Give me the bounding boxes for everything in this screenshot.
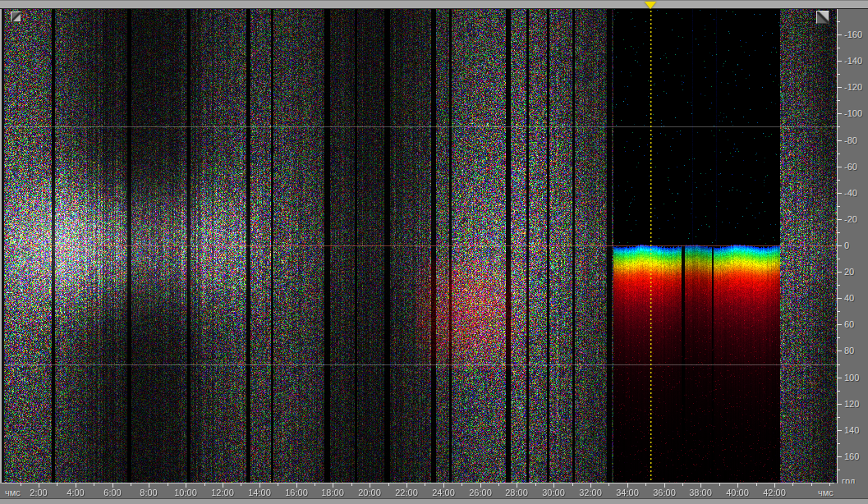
time-tick-label: 16:00 <box>282 488 311 497</box>
time-unit-label-left: чмс <box>5 488 21 497</box>
deg-tick <box>838 324 842 325</box>
time-tick <box>57 483 57 486</box>
cursor-marker-icon[interactable] <box>645 2 656 9</box>
deg-tick <box>838 391 840 392</box>
time-tick <box>682 483 683 486</box>
deg-tick <box>838 219 842 220</box>
deg-tick-label: 80 <box>844 346 854 355</box>
time-tick-label: 8:00 <box>134 488 163 497</box>
time-tick <box>315 483 315 486</box>
time-tick-label: 14:00 <box>245 488 274 497</box>
deg-tick-label: 120 <box>844 400 859 409</box>
deg-tick <box>838 272 842 273</box>
time-tick-label: 38:00 <box>686 488 715 497</box>
deg-tick <box>838 351 842 351</box>
deg-tick <box>838 259 840 259</box>
time-tick-label: 34:00 <box>613 488 642 497</box>
time-tick <box>425 483 425 486</box>
time-tick-label: 12:00 <box>208 488 237 497</box>
deg-tick <box>838 206 840 207</box>
time-tick <box>756 483 757 486</box>
deg-tick-label: 60 <box>844 320 854 329</box>
deg-tick <box>838 193 842 194</box>
deg-tick-label: -40 <box>844 189 857 198</box>
deg-tick <box>838 87 842 88</box>
time-tick <box>278 483 278 486</box>
deg-tick <box>838 232 840 233</box>
time-tick <box>829 483 830 486</box>
deg-tick <box>838 34 842 35</box>
deg-tick <box>838 153 840 154</box>
deg-tick-label: -120 <box>844 83 862 92</box>
deg-tick <box>838 140 842 141</box>
deg-tick-label: 0 <box>844 241 849 250</box>
time-tick <box>609 483 609 486</box>
deg-tick-label: -60 <box>844 163 857 172</box>
time-tick <box>645 483 646 486</box>
top-ruler[interactable] <box>0 0 868 9</box>
time-tick-label: 36:00 <box>650 488 679 497</box>
time-tick-label: 2:00 <box>24 488 53 497</box>
time-tick <box>94 483 94 486</box>
deg-tick-label: 100 <box>844 373 859 383</box>
spectrogram-canvas[interactable] <box>4 9 837 483</box>
time-tick <box>131 483 131 486</box>
deg-tick <box>838 167 842 167</box>
deg-tick <box>838 21 840 22</box>
time-tick-label: 4:00 <box>61 488 90 497</box>
deg-tick <box>838 378 842 378</box>
deg-tick <box>838 337 840 338</box>
deg-tick <box>838 180 840 181</box>
time-tick <box>462 483 462 486</box>
deg-tick-label: 40 <box>844 294 854 303</box>
time-tick <box>351 483 352 486</box>
deg-tick <box>838 61 842 62</box>
deg-tick <box>838 311 840 312</box>
deg-tick <box>838 364 840 365</box>
time-tick <box>719 483 720 486</box>
deg-tick-label: -100 <box>844 109 862 118</box>
deg-tick <box>838 456 842 457</box>
deg-tick <box>838 245 842 246</box>
deg-tick-label: -160 <box>844 30 862 39</box>
spectrogram-window: грд -160-140-120-100-80-60-40-2002040608… <box>0 0 868 504</box>
time-tick <box>811 483 812 486</box>
time-tick-label: 24:00 <box>429 488 458 497</box>
time-tick <box>498 483 499 486</box>
window-bottom-edge <box>0 498 868 504</box>
deg-tick-label: 140 <box>844 426 859 435</box>
time-tick-label: 40:00 <box>723 488 752 497</box>
deg-tick-label: -20 <box>844 215 857 224</box>
time-tick <box>241 483 241 486</box>
deg-tick <box>838 74 840 75</box>
deg-tick <box>838 100 840 101</box>
time-tick-label: 30:00 <box>539 488 568 497</box>
deg-tick <box>838 285 840 286</box>
time-tick <box>792 483 793 486</box>
time-tick-label: 6:00 <box>98 488 127 497</box>
deg-tick <box>838 298 842 299</box>
time-tick-label: 18:00 <box>318 488 347 497</box>
deg-tick-label: 20 <box>844 268 854 277</box>
deg-tick <box>838 430 842 431</box>
time-tick <box>388 483 389 486</box>
time-tick <box>168 483 168 486</box>
time-tick-label: 20:00 <box>355 488 384 497</box>
time-tick-label: 32:00 <box>576 488 605 497</box>
deg-tick-label: -140 <box>844 57 862 66</box>
time-tick-label: 28:00 <box>502 488 531 497</box>
degrees-axis: грд -160-140-120-100-80-60-40-2002040608… <box>838 9 868 498</box>
time-tick <box>21 483 21 486</box>
diagonal-resize-icon-top-left[interactable] <box>11 11 21 22</box>
diagonal-resize-icon-top-right[interactable] <box>816 11 829 24</box>
deg-tick-label: -80 <box>844 136 857 145</box>
deg-tick <box>838 126 840 127</box>
deg-tick <box>838 443 840 444</box>
time-tick-label: 26:00 <box>466 488 495 497</box>
deg-tick <box>838 470 840 470</box>
deg-tick-label: 160 <box>844 452 859 461</box>
deg-tick <box>838 404 842 405</box>
time-tick-label: 42:00 <box>760 488 789 497</box>
time-tick <box>204 483 205 486</box>
time-tick <box>572 483 573 486</box>
